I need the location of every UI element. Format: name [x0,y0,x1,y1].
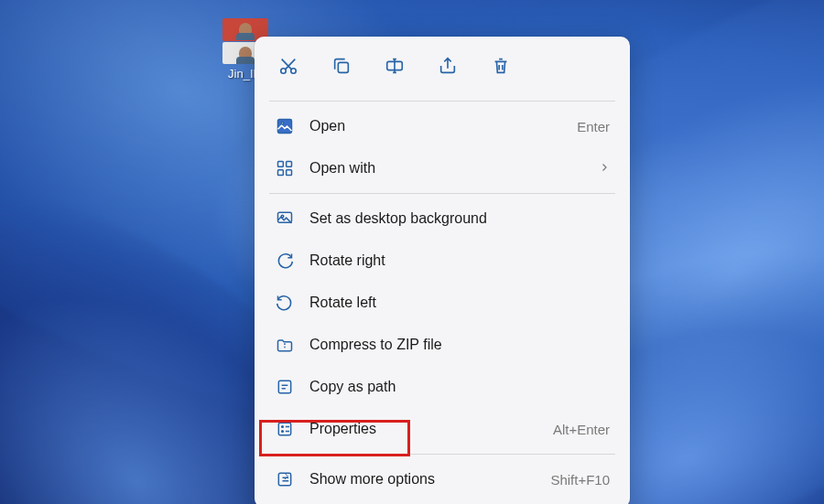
open-with-icon [275,158,295,178]
menu-item-open-with[interactable]: Open with [262,147,623,189]
menu-item-hint: Enter [577,119,610,134]
menu-item-set-background[interactable]: Set as desktop background [262,198,623,240]
context-menu-toolbar [262,44,623,97]
menu-item-open[interactable]: Open Enter [262,105,623,147]
context-menu: Open Enter Open with Set as desktop back… [255,37,630,504]
set-background-icon [275,209,295,229]
chevron-right-icon [599,160,610,177]
svg-rect-12 [278,381,290,392]
menu-item-rotate-left[interactable]: Rotate left [262,282,623,324]
more-options-icon [275,469,295,489]
svg-rect-9 [287,170,292,176]
rename-icon [385,56,405,80]
menu-item-label: Rotate left [309,295,610,311]
copy-path-icon [275,377,295,397]
open-image-icon [275,116,295,136]
menu-item-properties[interactable]: Properties Alt+Enter [262,408,623,450]
menu-item-hint: Shift+F10 [550,472,610,488]
menu-item-label: Rotate right [309,252,610,269]
svg-point-5 [281,122,284,124]
svg-point-1 [291,69,297,74]
menu-item-label: Properties [309,421,553,437]
menu-item-label: Set as desktop background [309,210,610,227]
copy-button[interactable] [319,48,364,88]
svg-point-14 [282,426,284,428]
svg-rect-8 [278,170,284,176]
menu-separator [269,101,615,102]
menu-item-label: Open with [309,160,599,177]
delete-button[interactable] [478,48,524,88]
menu-item-label: Copy as path [309,379,610,395]
svg-rect-7 [287,162,292,167]
menu-item-label: Compress to ZIP file [309,337,610,353]
menu-item-more-options[interactable]: Show more options Shift+F10 [262,458,623,500]
svg-point-0 [281,69,287,74]
svg-point-15 [282,431,284,433]
rename-button[interactable] [372,48,417,88]
svg-rect-4 [278,120,292,134]
cut-button[interactable] [266,48,311,88]
svg-point-11 [281,215,284,218]
svg-rect-13 [278,423,290,434]
menu-item-rotate-right[interactable]: Rotate right [262,240,623,282]
menu-item-label: Show more options [309,471,550,488]
delete-icon [491,56,511,80]
svg-rect-6 [278,162,284,167]
properties-icon [275,419,295,439]
menu-item-label: Open [309,118,577,134]
share-button[interactable] [425,48,471,88]
menu-item-compress[interactable]: Compress to ZIP file [262,324,623,366]
rotate-left-icon [275,293,295,313]
menu-separator [269,193,615,194]
compress-icon [275,335,295,355]
menu-item-hint: Alt+Enter [553,422,610,437]
menu-separator [269,454,615,455]
cut-icon [278,56,298,80]
copy-icon [331,56,352,80]
rotate-right-icon [275,251,295,271]
share-icon [438,56,458,80]
svg-rect-2 [338,62,348,72]
menu-item-copy-path[interactable]: Copy as path [262,366,623,408]
